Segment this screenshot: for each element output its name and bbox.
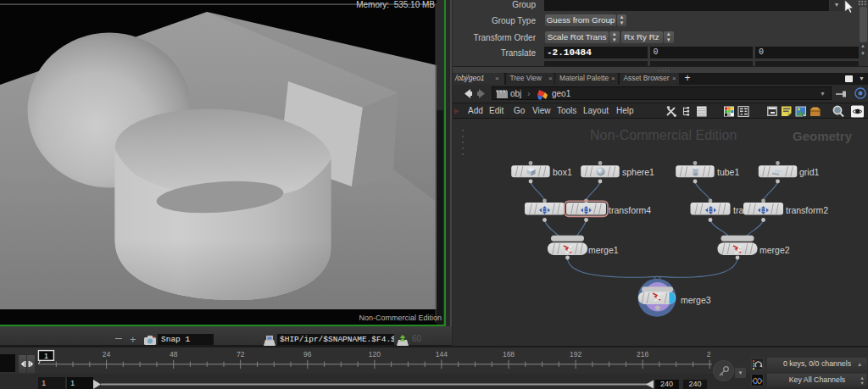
svg-text:168: 168 bbox=[503, 350, 515, 358]
svg-text:48: 48 bbox=[170, 350, 178, 358]
svg-text:72: 72 bbox=[236, 350, 245, 358]
svg-text:216: 216 bbox=[637, 350, 648, 358]
svg-text:96: 96 bbox=[303, 350, 312, 358]
svg-text:144: 144 bbox=[436, 350, 448, 358]
svg-text:192: 192 bbox=[570, 350, 581, 358]
svg-text:24: 24 bbox=[103, 350, 111, 358]
svg-text:2: 2 bbox=[707, 350, 711, 358]
svg-text:120: 120 bbox=[369, 350, 381, 358]
svg-text:1: 1 bbox=[44, 352, 48, 360]
